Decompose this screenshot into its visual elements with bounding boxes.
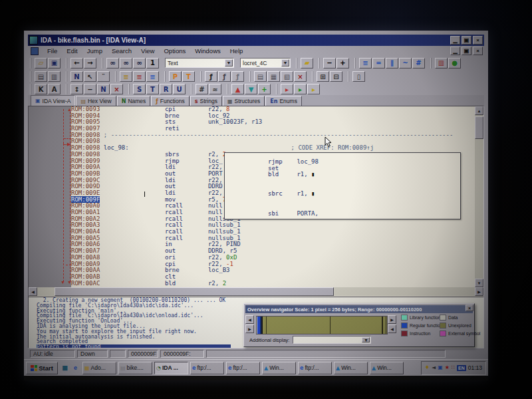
open-file-icon[interactable]: ▱ <box>35 58 47 68</box>
segments-red-icon[interactable]: ≡ <box>133 71 146 82</box>
windows-equal-icon[interactable]: = <box>372 58 385 68</box>
comment-icon[interactable]: ¨ <box>97 71 110 82</box>
string-r-icon[interactable]: R <box>160 84 172 94</box>
tab-hex-view[interactable]: ▤Hex View <box>76 96 116 106</box>
close-button[interactable]: × <box>473 36 483 45</box>
window-detail-icon[interactable]: ▥ <box>48 71 61 82</box>
taskbar-task-3[interactable]: eftp:/... <box>190 362 224 374</box>
taskbar-task-0[interactable]: ▦Ado... <box>82 362 116 374</box>
wave-icon[interactable]: ≈ <box>209 84 221 94</box>
string-u-icon[interactable]: U <box>173 84 186 94</box>
string-t-icon[interactable]: T <box>146 84 159 94</box>
menu-options[interactable]: Options <box>159 47 190 55</box>
nav-back-icon[interactable]: ← <box>70 58 83 68</box>
taskbar-task-2[interactable]: ◔IDA ... <box>154 362 188 374</box>
volume-icon[interactable]: ◄ <box>432 365 436 370</box>
struct-window-icon[interactable]: ▤ <box>254 71 267 82</box>
tab-structures[interactable]: ▦Structures <box>223 96 265 106</box>
taskbar-task-1[interactable]: ▤bike.... <box>118 362 152 374</box>
menu-help[interactable]: Help <box>225 47 248 55</box>
function-edit-icon[interactable]: ƒ <box>218 71 231 82</box>
tab-names[interactable]: NNames <box>117 96 151 106</box>
scroll-down-button[interactable]: ▼ <box>475 279 483 287</box>
rename-icon[interactable]: ↖ <box>84 71 96 82</box>
view-type-combo[interactable]: Text▼ <box>165 58 234 68</box>
vertical-scroll-thumb[interactable] <box>475 116 483 139</box>
combo-dropdown-icon[interactable]: ▼ <box>225 59 233 66</box>
mdi-close-button[interactable]: × <box>473 47 483 55</box>
navigator-close-button[interactable]: × <box>466 305 473 311</box>
menu-edit[interactable]: Edit <box>62 47 82 55</box>
segments-yellow-icon[interactable]: ≡ <box>120 71 132 82</box>
union-icon[interactable]: ⊞ <box>317 71 329 82</box>
delete-icon[interactable]: × <box>294 71 307 82</box>
names-window-icon[interactable]: N <box>70 71 83 82</box>
close-view-icon[interactable]: × <box>110 84 123 94</box>
horizontal-scroll-thumb[interactable] <box>55 287 334 296</box>
tab-strings[interactable]: sStrings <box>190 96 222 106</box>
combo-dropdown-icon[interactable]: ▼ <box>362 337 370 342</box>
menu-view[interactable]: View <box>136 47 159 55</box>
restore-button[interactable]: ▣ <box>462 36 471 45</box>
additional-display-combo[interactable]: ▼ <box>293 336 371 344</box>
menu-jump[interactable]: Jump <box>82 47 107 55</box>
mdi-minimize-button[interactable]: ▁ <box>450 47 460 55</box>
name-combo[interactable]: locret_4C▼ <box>240 58 291 68</box>
updown-icon[interactable]: ↕ <box>70 84 83 94</box>
disasm-line[interactable]: ROM:00AC bld r2, 2 <box>71 281 475 287</box>
navigator-right-button[interactable]: ▶ <box>388 315 396 324</box>
scroll-right-button[interactable]: ▶ <box>475 287 483 296</box>
keyboard-macro-icon[interactable]: K <box>35 84 47 94</box>
navigator-title-bar[interactable]: Overview navigator Scale: 1 pixel = 256 … <box>245 305 473 313</box>
scheduler-icon[interactable]: ♦ <box>425 365 430 370</box>
nav-forward-icon[interactable]: → <box>84 58 96 68</box>
menu-file[interactable]: File <box>43 47 62 55</box>
vertical-scrollbar[interactable]: ▲ ▼ <box>475 106 483 287</box>
windows-horizontal-icon[interactable]: ≡ <box>359 58 372 68</box>
expand-icon[interactable]: + <box>336 58 349 68</box>
scroll-left-button[interactable]: ◀ <box>29 287 37 296</box>
save-file-icon[interactable]: ▣ <box>48 58 61 68</box>
struct-expand-icon[interactable]: ▧ <box>281 71 293 82</box>
taskbar-task-4[interactable]: eftp:/... <box>226 362 260 374</box>
function-create-icon[interactable]: ƒ <box>205 71 217 82</box>
string-s-icon[interactable]: S <box>133 84 146 94</box>
search-binoculars-icon[interactable]: ∞ <box>106 58 119 68</box>
window-list-icon[interactable]: ▤ <box>35 71 47 82</box>
mark-red-icon[interactable]: ▲ <box>231 84 244 94</box>
horizontal-scrollbar[interactable]: ◀ ▶ <box>29 287 483 296</box>
taskbar-task-5[interactable]: ▲Win... <box>262 362 296 374</box>
mdi-restore-button[interactable]: ▣ <box>462 47 471 55</box>
windows-vertical-icon[interactable]: ∥ <box>386 58 398 68</box>
patch-flag-icon[interactable]: P <box>169 71 182 82</box>
combo-dropdown-icon[interactable]: ▼ <box>281 59 289 66</box>
scroll-up-button[interactable]: ▲ <box>475 106 483 115</box>
navigator-right2-button[interactable]: ◀ <box>388 325 396 333</box>
search-text-icon[interactable]: 1 <box>146 58 159 68</box>
disasm-line[interactable]: ROM:0098 ; -----------------------------… <box>71 132 475 139</box>
navigator-dot-icon[interactable]: ● <box>448 58 461 68</box>
mark-teal-icon[interactable]: ▼ <box>245 84 257 94</box>
segments-blue-icon[interactable]: ≡ <box>146 71 159 82</box>
menu-search[interactable]: Search <box>107 47 136 55</box>
name-icon[interactable]: N <box>97 84 110 94</box>
taskbar-task-7[interactable]: ▲Win... <box>334 362 368 374</box>
display-icon[interactable]: ▣ <box>438 365 443 370</box>
network-icon[interactable]: ★ <box>445 365 450 370</box>
flag-green-icon[interactable]: ▸ <box>294 84 307 94</box>
page-icon[interactable]: ▯ <box>352 71 365 82</box>
taskbar-task-6[interactable]: eftp:/... <box>298 362 332 374</box>
navigator-left2-button[interactable]: ▶ <box>245 325 254 333</box>
stop-analysis-icon[interactable]: ▥ <box>435 58 448 68</box>
assemble-icon[interactable]: A <box>48 84 61 94</box>
show-desktop-icon[interactable]: ▦ <box>60 362 70 373</box>
tab-ida-view-a[interactable]: ▣IDA View-A <box>31 95 75 106</box>
struct-edit-icon[interactable]: ▦ <box>267 71 280 82</box>
ie-icon[interactable]: e <box>70 362 80 373</box>
menu-windows[interactable]: Windows <box>190 47 225 55</box>
search-again-icon[interactable]: ∞ <box>120 58 132 68</box>
tab-enums[interactable]: EnEnums <box>265 96 302 106</box>
flag-red-icon[interactable]: ▸ <box>281 84 293 94</box>
text-label-icon[interactable]: T <box>182 71 195 82</box>
edit-pencil-icon[interactable]: ▰ <box>301 58 313 68</box>
